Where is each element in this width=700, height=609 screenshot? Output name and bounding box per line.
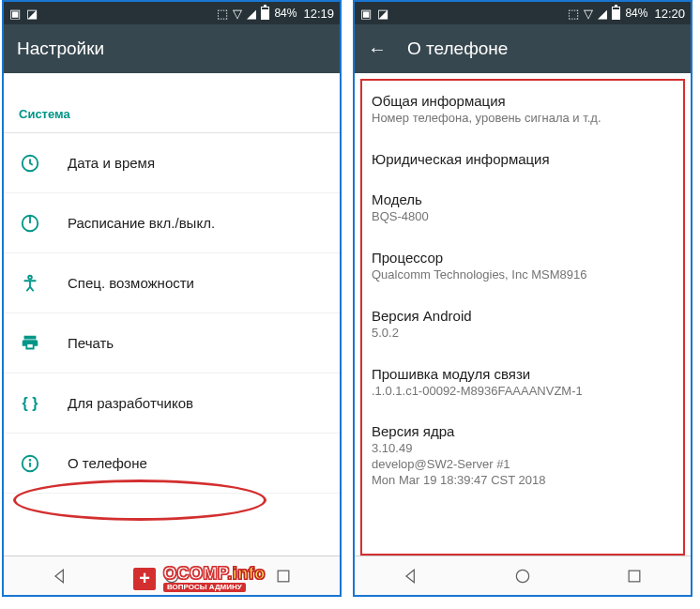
info-title: Версия Android <box>372 308 674 324</box>
sim-icon: ◪ <box>377 8 388 20</box>
svg-point-5 <box>28 275 32 279</box>
item-date-time[interactable]: Дата и время <box>4 133 340 193</box>
status-bar: ▣ ◪ ⬚ ▽ ◢ 84% 12:19 <box>4 2 340 24</box>
power-icon <box>19 212 41 235</box>
toolbar: Настройки <box>4 24 340 73</box>
wifi-icon: ▽ <box>584 8 593 20</box>
clock-icon <box>19 152 41 175</box>
info-icon <box>19 452 41 475</box>
screen-about-phone: ▣ ◪ ⬚ ▽ ◢ 84% 12:20 ← О телефоне О <box>353 0 692 597</box>
highlight-box: Общая информация Номер телефона, уровень… <box>360 79 685 556</box>
watermark-subtitle: ВОПРОСЫ АДМИНУ <box>163 583 246 592</box>
svg-point-8 <box>30 459 31 460</box>
info-general[interactable]: Общая информация Номер телефона, уровень… <box>362 81 683 139</box>
info-legal[interactable]: Юридическая информация <box>362 139 683 179</box>
info-baseband[interactable]: Прошивка модуля связи .1.0.1.c1-00092-M8… <box>362 354 683 412</box>
info-title: Версия ядра <box>372 423 674 439</box>
item-about-phone[interactable]: О телефоне <box>4 434 340 494</box>
item-print[interactable]: Печать <box>4 313 340 373</box>
info-processor[interactable]: Процессор Qualcomm Technologies, Inc MSM… <box>362 237 683 296</box>
battery-percent: 84% <box>274 7 297 20</box>
page-title: О телефоне <box>407 38 657 59</box>
svg-rect-10 <box>278 571 289 582</box>
screen-settings: ▣ ◪ ⬚ ▽ ◢ 84% 12:19 Настройки Система <box>2 0 342 597</box>
item-label: Печать <box>68 335 114 351</box>
watermark-title: OCOMP.info <box>163 565 266 582</box>
info-title: Процессор <box>372 250 674 266</box>
info-subtitle: Qualcomm Technologies, Inc MSM8916 <box>372 267 674 283</box>
signal-icon: ◢ <box>598 8 607 20</box>
battery-percent: 84% <box>625 7 647 20</box>
braces-icon: { } <box>19 392 41 415</box>
item-label: Спец. возможности <box>68 275 194 291</box>
item-label: Расписание вкл./выкл. <box>68 215 215 231</box>
settings-list: Система Дата и время Расписание вкл./вык… <box>4 73 340 556</box>
svg-rect-14 <box>629 571 640 582</box>
info-subtitle: 3.10.49 develop@SW2-Server #1 Mon Mar 19… <box>372 441 674 489</box>
info-title: Модель <box>372 191 674 207</box>
item-label: Дата и время <box>68 155 155 171</box>
nav-recent-icon[interactable] <box>274 567 293 586</box>
sim-icon: ◪ <box>26 8 38 20</box>
info-android-version[interactable]: Версия Android 5.0.2 <box>362 296 683 354</box>
accessibility-icon <box>19 272 41 295</box>
battery-icon <box>612 7 620 20</box>
nav-back-icon[interactable] <box>402 567 420 586</box>
vibrate-icon: ⬚ <box>217 8 228 20</box>
info-model[interactable]: Модель BQS-4800 <box>362 179 683 237</box>
item-accessibility[interactable]: Спец. возможности <box>4 253 340 313</box>
item-label: О телефоне <box>68 455 147 471</box>
info-subtitle: .1.0.1.c1-00092-M8936FAAAANVZM-1 <box>372 384 674 400</box>
nav-bar <box>355 556 691 595</box>
clock: 12:19 <box>303 7 334 21</box>
info-subtitle: Номер телефона, уровень сигнала и т.д. <box>372 111 674 127</box>
info-subtitle: 5.0.2 <box>372 326 674 342</box>
nav-recent-icon[interactable] <box>625 567 644 586</box>
info-title: Юридическая информация <box>372 151 674 167</box>
info-kernel[interactable]: Версия ядра 3.10.49 develop@SW2-Server #… <box>362 411 683 501</box>
info-title: Прошивка модуля связи <box>372 366 674 382</box>
vibrate-icon: ⬚ <box>568 8 579 20</box>
nav-back-icon[interactable] <box>51 567 69 586</box>
about-list: Общая информация Номер телефона, уровень… <box>355 73 691 556</box>
wifi-icon: ▽ <box>233 8 242 20</box>
svg-point-13 <box>516 570 528 582</box>
item-developer[interactable]: { } Для разработчиков <box>4 373 340 434</box>
status-bar: ▣ ◪ ⬚ ▽ ◢ 84% 12:20 <box>355 2 691 24</box>
item-label: Для разработчиков <box>68 395 193 411</box>
info-subtitle: BQS-4800 <box>372 209 674 225</box>
item-schedule-power[interactable]: Расписание вкл./выкл. <box>4 193 340 253</box>
back-icon[interactable]: ← <box>368 38 387 60</box>
page-title: Настройки <box>17 38 306 59</box>
clock: 12:20 <box>654 7 685 21</box>
notification-icon: ▣ <box>9 8 21 20</box>
notification-icon: ▣ <box>360 8 372 20</box>
signal-icon: ◢ <box>247 8 256 20</box>
nav-home-icon[interactable] <box>513 567 532 586</box>
battery-icon <box>261 7 269 20</box>
toolbar: ← О телефоне <box>355 24 691 73</box>
print-icon <box>19 332 41 355</box>
section-header: Система <box>4 73 340 133</box>
watermark: + OCOMP.info ВОПРОСЫ АДМИНУ <box>131 565 266 592</box>
info-title: Общая информация <box>372 93 674 109</box>
watermark-badge-icon: + <box>131 566 158 592</box>
